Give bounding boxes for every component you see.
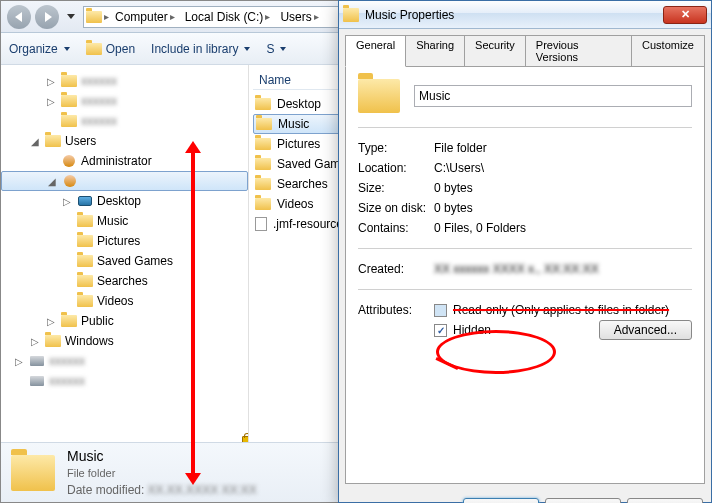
attributes-label: Attributes: — [358, 303, 434, 317]
advanced-button[interactable]: Advanced... — [599, 320, 692, 340]
property-label: Size: — [358, 181, 434, 195]
file-name: Desktop — [277, 97, 321, 111]
tree-item-label: Pictures — [97, 234, 140, 248]
tree-item[interactable]: Searches — [1, 271, 248, 291]
lock-icon — [242, 436, 249, 442]
readonly-checkbox[interactable] — [434, 304, 447, 317]
tree-item[interactable]: ▷Windows — [1, 331, 248, 351]
tree-item[interactable]: xxxxxx — [1, 111, 248, 131]
folder-icon — [61, 75, 77, 87]
file-name: Pictures — [277, 137, 320, 151]
readonly-label: Read-only (Only applies to files in fold… — [453, 303, 669, 317]
forward-button[interactable] — [35, 5, 59, 29]
tree-item[interactable]: Videos — [1, 291, 248, 311]
folder-icon — [45, 335, 61, 347]
titlebar[interactable]: Music Properties ✕ — [339, 1, 711, 29]
details-modified-label: Date modified: — [67, 483, 144, 497]
include-library-menu[interactable]: Include in library — [151, 42, 250, 56]
apply-button[interactable]: Apply — [627, 498, 703, 503]
navigation-tree[interactable]: ▷xxxxxx▷xxxxxxxxxxxx◢UsersAdministrator◢… — [1, 65, 249, 442]
tree-item-label: Music — [97, 214, 128, 228]
tree-item[interactable]: xxxxxx — [1, 371, 248, 391]
tree-item-label: xxxxxx — [81, 74, 117, 88]
user-icon — [64, 175, 76, 187]
expand-toggle[interactable]: ▷ — [61, 196, 73, 207]
expand-toggle[interactable]: ▷ — [13, 356, 25, 367]
tree-item-label: xxxxxx — [49, 354, 85, 368]
property-label: Location: — [358, 161, 434, 175]
properties-dialog: Music Properties ✕ GeneralSharingSecurit… — [338, 0, 712, 503]
folder-icon — [86, 11, 102, 23]
folder-icon — [255, 98, 271, 110]
tab-customize[interactable]: Customize — [631, 35, 705, 66]
tree-item[interactable]: Pictures — [1, 231, 248, 251]
disk-icon — [30, 356, 44, 366]
hidden-label: Hidden — [453, 323, 491, 337]
folder-icon — [255, 138, 271, 150]
ok-button[interactable]: OK — [463, 498, 539, 503]
tree-item-label: xxxxxx — [81, 94, 117, 108]
tree-item[interactable]: ▷Desktop — [1, 191, 248, 211]
property-label: Contains: — [358, 221, 434, 235]
details-type: File folder — [67, 466, 257, 481]
close-button[interactable]: ✕ — [663, 6, 707, 24]
share-menu[interactable]: S — [266, 42, 286, 56]
cancel-button[interactable]: Cancel — [545, 498, 621, 503]
tree-item[interactable]: ▷xxxxxx — [1, 71, 248, 91]
breadcrumb[interactable]: Computer▸ — [111, 10, 179, 24]
organize-menu[interactable]: Organize — [9, 42, 70, 56]
hidden-checkbox[interactable] — [434, 324, 447, 337]
tree-item-label: Administrator — [81, 154, 152, 168]
details-modified-value: XX.XX.XXXX XX:XX — [147, 483, 256, 497]
property-value: 0 bytes — [434, 181, 473, 195]
folder-icon — [45, 135, 61, 147]
dialog-title: Music Properties — [365, 8, 657, 22]
property-label: Size on disk: — [358, 201, 434, 215]
tree-item[interactable]: ▷xxxxxx — [1, 91, 248, 111]
property-value: File folder — [434, 141, 487, 155]
expand-toggle[interactable]: ▷ — [45, 76, 57, 87]
dialog-button-row: OK Cancel Apply — [339, 490, 711, 503]
expand-toggle[interactable]: ▷ — [45, 316, 57, 327]
arrow-left-icon — [15, 12, 22, 22]
tree-item[interactable]: Music — [1, 211, 248, 231]
created-value: XX xxxxxx XXXX x., XX:XX:XX — [434, 262, 599, 276]
file-name: Music — [278, 117, 309, 131]
tree-item[interactable]: Saved Games — [1, 251, 248, 271]
folder-icon — [61, 315, 77, 327]
breadcrumb[interactable]: Local Disk (C:)▸ — [181, 10, 275, 24]
expand-toggle[interactable]: ▷ — [45, 96, 57, 107]
tree-item[interactable]: ◢Users — [1, 131, 248, 151]
tree-item[interactable]: ▷Public — [1, 311, 248, 331]
tab-security[interactable]: Security — [464, 35, 526, 66]
folder-icon — [61, 95, 77, 107]
tab-strip: GeneralSharingSecurityPrevious VersionsC… — [339, 29, 711, 66]
tab-general[interactable]: General — [345, 35, 406, 67]
folder-icon — [255, 178, 271, 190]
folder-icon — [256, 118, 272, 130]
tree-item-label: Users — [65, 134, 96, 148]
tree-item[interactable]: Administrator — [1, 151, 248, 171]
open-button[interactable]: Open — [86, 42, 135, 56]
tab-sharing[interactable]: Sharing — [405, 35, 465, 66]
back-button[interactable] — [7, 5, 31, 29]
folder-icon — [86, 43, 102, 55]
expand-toggle[interactable]: ◢ — [29, 136, 41, 147]
folder-icon — [343, 8, 359, 22]
expand-toggle[interactable]: ◢ — [46, 176, 58, 187]
expand-toggle[interactable]: ▷ — [29, 336, 41, 347]
created-label: Created: — [358, 262, 434, 276]
folder-icon — [77, 255, 93, 267]
breadcrumb[interactable]: Users▸ — [276, 10, 322, 24]
property-value: C:\Users\ — [434, 161, 484, 175]
history-dropdown[interactable] — [67, 14, 75, 19]
tree-item-label: xxxxxx — [49, 374, 85, 388]
tree-item-label: Windows — [65, 334, 114, 348]
tree-item-label: Saved Games — [97, 254, 173, 268]
disk-icon — [30, 376, 44, 386]
folder-name-input[interactable] — [414, 85, 692, 107]
tree-item[interactable]: ▷xxxxxx — [1, 351, 248, 371]
folder-icon — [61, 115, 77, 127]
tab-previous-versions[interactable]: Previous Versions — [525, 35, 632, 66]
tree-item[interactable]: ◢ — [1, 171, 248, 191]
